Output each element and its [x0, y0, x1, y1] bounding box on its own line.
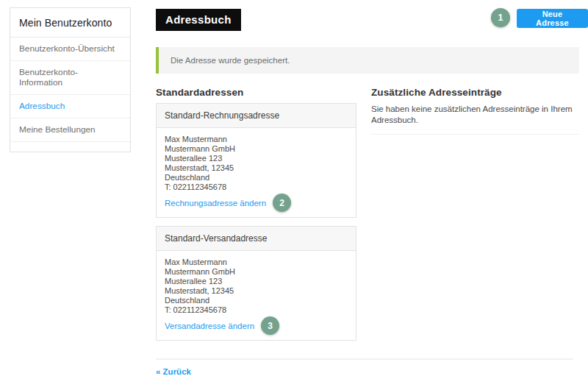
change-billing-address-link[interactable]: Rechnungsadresse ändern — [165, 199, 266, 208]
shipping-address-card-title: Standard-Versandadresse — [157, 227, 356, 251]
footer-divider — [156, 358, 573, 360]
step-badge-3: 3 — [261, 316, 279, 335]
billing-address-card-title: Standard-Rechnungsadresse — [157, 104, 356, 128]
success-alert: Die Adresse wurde gespeichert. — [156, 47, 579, 74]
sidebar-item-address-book[interactable]: Adressbuch — [10, 95, 130, 118]
back-link[interactable]: « Zurück — [156, 367, 191, 376]
address-line-country: Deutschland — [165, 296, 348, 305]
billing-address-card: Standard-Rechnungsadresse Max Mustermann… — [156, 103, 356, 218]
standard-addresses-heading: Standardadressen — [156, 87, 356, 98]
shipping-address-card: Standard-Versandadresse Max Mustermann M… — [156, 226, 356, 341]
sidebar-item-account-information[interactable]: Benutzerkonto-Information — [10, 61, 130, 95]
additional-addresses-column: Zusätzliche Adresseinträge Sie haben kei… — [371, 87, 579, 135]
address-line-city: Musterstadt, 12345 — [165, 163, 348, 173]
step-badge-2: 2 — [273, 194, 291, 212]
account-sidebar: Mein Benutzerkonto Benutzerkonto-Übersic… — [10, 7, 131, 152]
step-badge-1: 1 — [491, 8, 510, 27]
address-line-street: Musterallee 123 — [165, 277, 348, 286]
page-title: Adressbuch — [156, 9, 241, 31]
shipping-address-card-body: Max Mustermann Mustermann GmbH Musterall… — [157, 251, 356, 340]
address-line-name: Max Mustermann — [165, 258, 348, 267]
address-line-name: Max Mustermann — [165, 135, 348, 144]
address-line-country: Deutschland — [165, 173, 348, 182]
shipping-link-row: Versandadresse ändern 3 — [165, 316, 348, 335]
billing-link-row: Rechnungsadresse ändern 2 — [165, 194, 348, 212]
address-line-street: Musterallee 123 — [165, 154, 348, 163]
address-line-city: Musterstadt, 12345 — [165, 286, 348, 296]
additional-addresses-empty-message: Sie haben keine zusätzlichen Adresseintr… — [371, 104, 579, 135]
change-shipping-address-link[interactable]: Versandadresse ändern — [165, 322, 254, 330]
sidebar-item-account-overview[interactable]: Benutzerkonto-Übersicht — [10, 38, 130, 61]
success-alert-text: Die Adresse wurde gespeichert. — [171, 56, 290, 65]
standard-addresses-column: Standardadressen Standard-Rechnungsadres… — [156, 87, 356, 349]
sidebar-title: Mein Benutzerkonto — [10, 8, 130, 38]
address-line-company: Mustermann GmbH — [165, 144, 348, 154]
additional-addresses-heading: Zusätzliche Adresseinträge — [371, 87, 579, 98]
new-address-button[interactable]: Neue Adresse — [517, 9, 588, 28]
address-line-company: Mustermann GmbH — [165, 267, 348, 277]
sidebar-item-my-orders[interactable]: Meine Bestellungen — [10, 118, 130, 142]
billing-address-card-body: Max Mustermann Mustermann GmbH Musterall… — [157, 128, 356, 217]
address-line-phone: T: 022112345678 — [165, 305, 348, 315]
address-line-phone: T: 022112345678 — [165, 182, 348, 192]
